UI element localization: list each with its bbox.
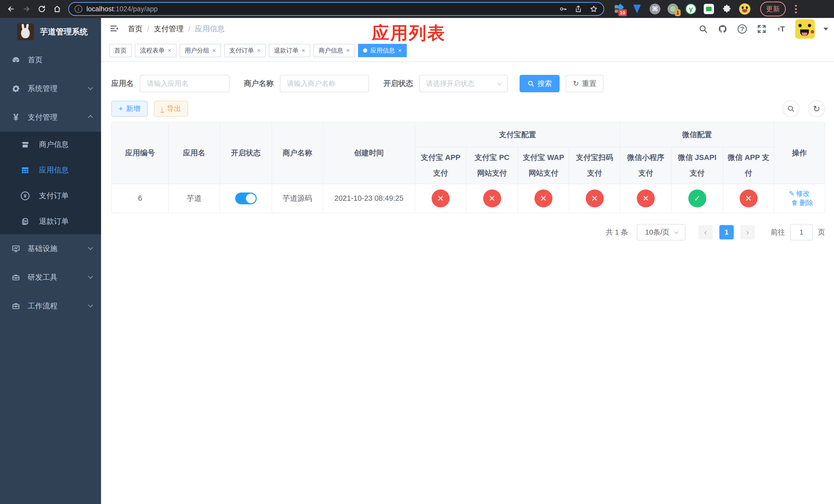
breadcrumb-home[interactable]: 首页 (128, 24, 142, 34)
channel-status-icon: ✕ (432, 189, 449, 207)
share-icon[interactable] (574, 5, 583, 13)
browser-reload-button[interactable] (36, 3, 48, 15)
yen-icon: ¥ (11, 112, 21, 123)
tag-refund-order[interactable]: 退款订单× (269, 44, 310, 57)
trash-icon (791, 200, 798, 206)
col-header-merchant: 商户名称 (272, 122, 323, 184)
merchant-name-label: 商户名称 (244, 78, 273, 89)
col-header-alipay-qr: 支付宝扫码支付 (569, 147, 620, 184)
text-size-icon[interactable]: тT (776, 24, 787, 35)
download-icon: ↓ (160, 105, 164, 113)
browser-extensions: 10 ⌘ 1 y (613, 3, 750, 15)
sidebar-item-app-info[interactable]: 应用信息 (0, 157, 101, 183)
prev-page-button[interactable]: ‹ (698, 225, 713, 239)
col-header-wx-mini: 微信小程序支付 (620, 147, 672, 184)
home-icon (53, 5, 61, 13)
site-info-icon[interactable]: i (74, 5, 82, 13)
dashboard-icon (11, 55, 21, 64)
sidebar-item-workflow[interactable]: 工作流程 (0, 292, 101, 320)
edit-link-label: 修改 (796, 189, 810, 198)
sidebar-logo[interactable]: 芋道管理系统 (0, 18, 101, 46)
bookmark-star-icon[interactable] (590, 5, 598, 13)
app-title: 芋道管理系统 (40, 26, 88, 37)
url-host: localhost (86, 5, 114, 13)
goto-page-input[interactable] (790, 224, 813, 240)
extension-gem-icon[interactable] (631, 3, 643, 15)
sidebar-item-infrastructure[interactable]: 基础设施 (0, 234, 101, 263)
tag-app-info[interactable]: 应用信息× (358, 44, 407, 57)
refresh-icon: ↻ (573, 80, 579, 87)
merchant-name-input[interactable] (280, 75, 369, 92)
extension-recorder-icon[interactable]: 1 (667, 3, 679, 15)
extension-command-icon[interactable]: ⌘ (649, 3, 661, 15)
tag-user-group[interactable]: 用户分组× (179, 44, 221, 57)
channel-status-icon: ✓ (688, 189, 706, 207)
col-header-status: 开启状态 (220, 122, 272, 184)
tag-close-icon[interactable]: × (168, 47, 171, 53)
sidebar-item-system[interactable]: 系统管理 (0, 74, 101, 103)
extensions-puzzle-icon[interactable] (721, 3, 732, 15)
sidebar-item-home[interactable]: 首页 (0, 46, 101, 74)
pagination-total: 共 1 条 (606, 227, 628, 237)
cell-wx-jsapi: ✓ (672, 184, 723, 213)
browser-back-button[interactable] (5, 3, 17, 15)
browser-home-button[interactable] (51, 3, 63, 15)
header-search-icon[interactable] (698, 24, 708, 35)
sidebar-item-payment[interactable]: ¥ 支付管理 (0, 103, 101, 132)
chevron-down-icon (88, 245, 93, 250)
app-name-input[interactable] (140, 75, 229, 92)
sidebar-item-dev-tools[interactable]: 研发工具 (0, 263, 101, 292)
col-header-wx-jsapi: 微信 JSAPI 支付 (672, 147, 723, 184)
fullscreen-icon[interactable] (756, 24, 767, 35)
edit-link[interactable]: ✎修改 (789, 189, 810, 198)
cell-created-at: 2021-10-23 08:49:25 (323, 184, 415, 213)
status-select[interactable]: 请选择开启状态 (419, 75, 508, 92)
avatar-caret-icon[interactable] (824, 28, 828, 30)
help-icon[interactable]: ? (737, 24, 748, 35)
address-bar[interactable]: i localhost:1024/pay/app (68, 2, 604, 16)
browser-menu-icon[interactable] (793, 3, 798, 15)
tag-merchant-info[interactable]: 商户信息× (313, 44, 355, 57)
extension-collection-icon[interactable]: 10 (613, 3, 625, 15)
password-key-icon[interactable] (559, 5, 567, 13)
sidebar-item-refund-order[interactable]: 退款订单 (0, 209, 101, 234)
browser-forward-button[interactable] (21, 3, 32, 15)
browser-update-button[interactable]: 更新 (760, 2, 786, 17)
tags-view-bar: 首页 流程表单× 用户分组× 支付订单× 退款订单× 商户信息× 应用信息× (101, 40, 834, 62)
user-avatar[interactable] (795, 19, 815, 39)
next-page-button[interactable]: › (740, 225, 755, 239)
back-arrow-icon (7, 5, 15, 13)
add-button[interactable]: + 新增 (111, 101, 148, 117)
page-annotation-title: 应用列表 (372, 22, 446, 45)
breadcrumb-payment[interactable]: 支付管理 (154, 24, 184, 34)
tag-close-icon[interactable]: × (398, 47, 402, 53)
delete-link[interactable]: 删除 (791, 198, 813, 207)
github-icon[interactable] (717, 24, 728, 35)
breadcrumb-separator: / (188, 25, 190, 33)
export-button[interactable]: ↓ 导出 (154, 101, 188, 117)
extension-chat-icon[interactable] (703, 3, 715, 15)
toggle-search-button[interactable] (783, 100, 799, 117)
sidebar-item-merchant-info[interactable]: 商户信息 (0, 132, 101, 157)
channel-status-icon: ✕ (740, 189, 758, 207)
tag-close-icon[interactable]: × (212, 47, 216, 53)
shop-icon (20, 140, 30, 149)
refresh-table-button[interactable]: ↻ (808, 100, 825, 117)
tag-home[interactable]: 首页 (109, 44, 132, 57)
tag-close-icon[interactable]: × (302, 47, 305, 53)
sidebar-item-pay-order[interactable]: ¥ 支付订单 (0, 183, 101, 209)
breadcrumb-current: 应用信息 (195, 24, 225, 34)
profile-avatar-icon[interactable] (739, 3, 750, 15)
sidebar-collapse-icon[interactable] (109, 24, 120, 35)
tag-close-icon[interactable]: × (346, 47, 350, 53)
reset-button[interactable]: ↻ 重置 (566, 75, 603, 92)
page-size-select[interactable]: 10条/页 (637, 224, 685, 240)
extension-y-icon[interactable]: y (685, 3, 697, 15)
tag-close-icon[interactable]: × (257, 47, 261, 53)
search-button[interactable]: 搜索 (520, 75, 559, 92)
status-toggle[interactable] (235, 192, 257, 204)
col-header-created-at: 创建时间 (323, 122, 415, 184)
page-number-1[interactable]: 1 (719, 225, 734, 239)
tag-pay-order[interactable]: 支付订单× (224, 44, 266, 57)
tag-process-form[interactable]: 流程表单× (135, 44, 176, 57)
